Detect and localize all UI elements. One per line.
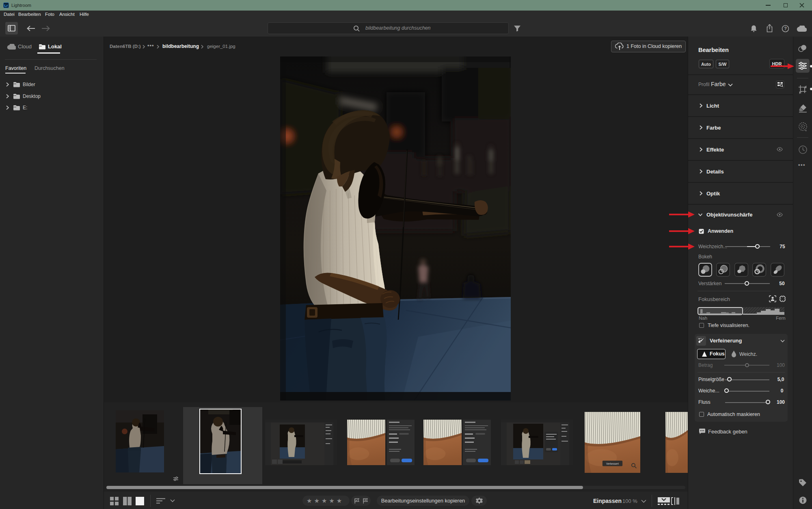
svg-text:?: ?: [784, 26, 787, 31]
svg-text:Verbessert: Verbessert: [606, 462, 619, 465]
